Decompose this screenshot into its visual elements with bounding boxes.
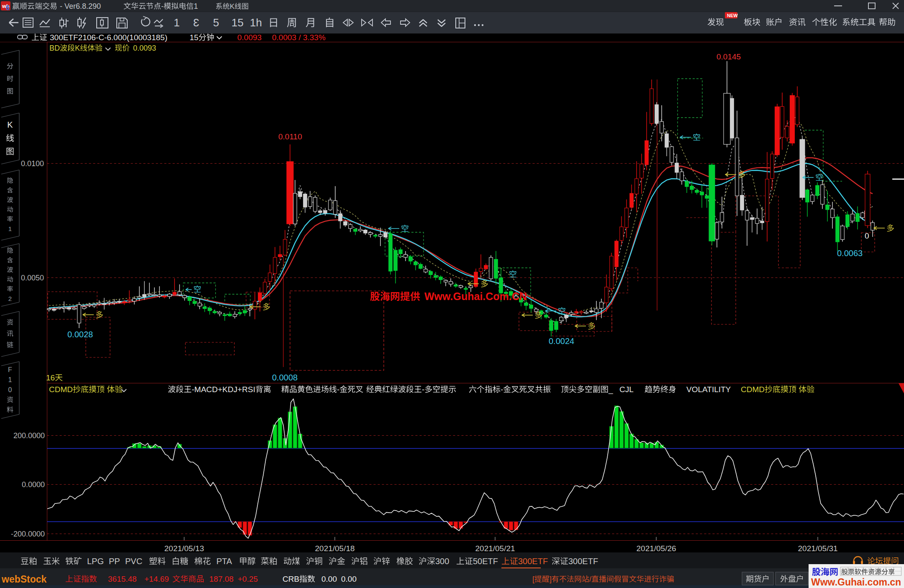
svg-text:F: F — [8, 366, 12, 373]
svg-text:K: K — [7, 120, 13, 129]
svg-text:-: - — [501, 385, 503, 394]
svg-text:0.0093: 0.0093 — [237, 33, 262, 42]
svg-text:0.0008: 0.0008 — [272, 373, 298, 382]
svg-text:0.0063: 0.0063 — [837, 249, 863, 258]
svg-text:5: 5 — [213, 16, 219, 29]
svg-text:0.0000: 0.0000 — [22, 480, 45, 489]
svg-text:-: - — [161, 2, 164, 10]
svg-text:K: K — [75, 44, 80, 52]
svg-text:300ETF: 300ETF — [518, 557, 548, 566]
svg-text:0.00: 0.00 — [341, 575, 357, 583]
svg-text:3615.48: 3615.48 — [108, 575, 137, 583]
svg-text:1: 1 — [174, 16, 180, 29]
svg-text:0.0003 / 3.33%: 0.0003 / 3.33% — [272, 33, 326, 42]
svg-text:16: 16 — [46, 373, 55, 382]
svg-text:-: - — [337, 385, 339, 394]
svg-text:15: 15 — [231, 16, 244, 29]
svg-text:2: 2 — [8, 295, 12, 302]
svg-text:2021/05/21: 2021/05/21 — [475, 544, 515, 553]
svg-text:-: - — [422, 385, 424, 394]
svg-text:6: 6 — [6, 4, 10, 11]
svg-text:PTA: PTA — [216, 557, 232, 566]
svg-text:CJL: CJL — [619, 385, 634, 394]
svg-text:0.0028: 0.0028 — [67, 330, 93, 339]
svg-text:0.0050: 0.0050 — [21, 274, 44, 282]
svg-text:Www.Guhai.com.cn: Www.Guhai.com.cn — [811, 577, 901, 588]
svg-text:0: 0 — [8, 386, 12, 393]
svg-text:0.0093: 0.0093 — [133, 44, 156, 52]
svg-text:Www.Guhai.Com.CN: Www.Guhai.Com.CN — [424, 290, 527, 302]
svg-text:1: 1 — [8, 225, 12, 232]
svg-text:PP: PP — [109, 557, 120, 566]
svg-text:1: 1 — [194, 2, 198, 10]
svg-text:-MACD+KDJ+RSI: -MACD+KDJ+RSI — [192, 385, 255, 394]
svg-text:50ETF: 50ETF — [473, 557, 498, 566]
svg-text:15: 15 — [190, 33, 198, 42]
svg-text:0.0100: 0.0100 — [21, 159, 44, 168]
svg-text:2021/05/26: 2021/05/26 — [637, 544, 676, 553]
svg-text:CRB: CRB — [282, 575, 299, 583]
svg-text:+14.69: +14.69 — [144, 575, 169, 583]
svg-text:0.00: 0.00 — [321, 575, 337, 583]
svg-text:2021/05/31: 2021/05/31 — [798, 544, 838, 553]
svg-text:NEW: NEW — [727, 13, 738, 18]
svg-text:0.0145: 0.0145 — [717, 52, 741, 61]
svg-text:1h: 1h — [250, 16, 262, 29]
svg-text:300ETF: 300ETF — [568, 557, 598, 566]
svg-text:0.0110: 0.0110 — [278, 132, 302, 141]
svg-text:300: 300 — [435, 557, 449, 566]
svg-text:CDMD: CDMD — [49, 385, 73, 394]
svg-text:VOLATILITY: VOLATILITY — [686, 385, 731, 394]
svg-text:_: _ — [608, 385, 613, 394]
svg-text:3: 3 — [193, 16, 199, 29]
svg-text:CDMD: CDMD — [741, 385, 765, 394]
svg-text:BD: BD — [49, 44, 60, 52]
svg-text:187.08: 187.08 — [209, 575, 234, 583]
svg-text:-200.0000: -200.0000 — [11, 530, 45, 538]
svg-text:200.0000: 200.0000 — [13, 431, 45, 440]
svg-text:PVC: PVC — [125, 557, 142, 566]
svg-text:webStock: webStock — [1, 574, 47, 585]
svg-text:/: / — [589, 575, 591, 583]
svg-text:0.0024: 0.0024 — [549, 336, 574, 346]
svg-text:]: ] — [550, 575, 552, 583]
svg-text:2021/05/13: 2021/05/13 — [164, 544, 204, 553]
svg-text:[: [ — [532, 575, 534, 583]
svg-text:0: 0 — [865, 231, 869, 240]
svg-text:- Ver6.8.290: - Ver6.8.290 — [60, 2, 101, 10]
svg-text:LPG: LPG — [87, 557, 104, 566]
svg-text:+0.25: +0.25 — [238, 575, 258, 583]
svg-text:300ETF2106-C-6.000(10003185): 300ETF2106-C-6.000(10003185) — [50, 33, 167, 42]
svg-text:2021/05/18: 2021/05/18 — [315, 544, 355, 553]
svg-text:1: 1 — [8, 376, 12, 383]
svg-text:K: K — [230, 3, 235, 10]
